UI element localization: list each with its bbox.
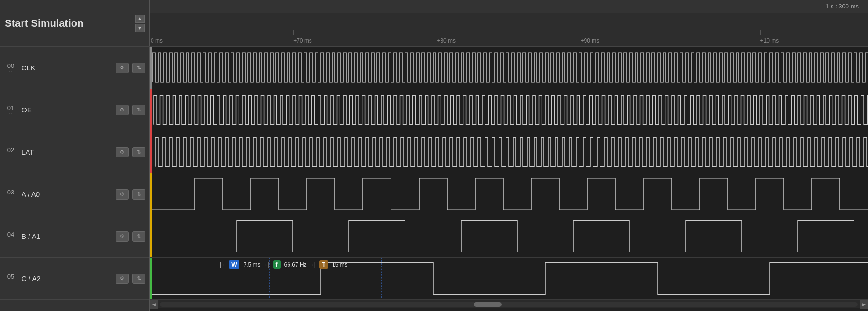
svg-rect-3 <box>152 173 868 215</box>
lat-svg <box>152 131 868 173</box>
time-ruler[interactable]: 0 ms +70 ms +80 ms +90 ms +10 ms <box>150 13 868 46</box>
scroll-up-button[interactable]: ▲ <box>135 15 145 23</box>
signal-num-00: 00 ···· <box>4 62 18 74</box>
signal-num-03: 03 ···· <box>4 189 18 200</box>
signal-num-05: 05 ···· <box>4 273 18 284</box>
waveform-row-oe <box>150 89 868 131</box>
clk-gear-button[interactable]: ⚙ <box>116 63 129 73</box>
a1-svg <box>152 215 868 257</box>
waveform-row-lat <box>150 131 868 173</box>
scroll-down-button[interactable]: ▼ <box>135 24 145 32</box>
a2-svg <box>152 258 868 299</box>
svg-rect-5 <box>152 258 868 299</box>
signal-row-label-clk: 00 ···· CLK ⚙ ⇅ <box>0 47 149 89</box>
simulation-title: Start Simulation <box>5 17 84 30</box>
a0-svg <box>152 173 868 215</box>
oe-waveform <box>152 89 868 131</box>
signal-row-label-a1: 04 ···· B / A1 ⚙ ⇅ <box>0 215 149 258</box>
top-row: Start Simulation ▲ ▼ 1 s : 300 ms 0 ms +… <box>0 0 868 47</box>
lat-signal-button[interactable]: ⇅ <box>132 147 145 157</box>
signal-row-label-a0: 03 ···· A / A0 ⚙ ⇅ <box>0 173 149 215</box>
time-position-bar: 1 s : 300 ms <box>150 0 868 13</box>
signal-name-a2: C / A2 <box>22 274 112 282</box>
scrollbar-track[interactable] <box>160 302 858 307</box>
tick-0ms: 0 ms <box>151 37 163 44</box>
signals-area: 00 ···· CLK ⚙ ⇅ 01 ···· OE ⚙ ⇅ 0 <box>0 47 868 311</box>
scrollbar-right-button[interactable]: ▶ <box>860 300 868 309</box>
signal-num-02: 02 ···· <box>4 147 18 158</box>
bottom-scrollbar: ◀ ▶ <box>150 300 868 308</box>
time-position-label: 1 s : 300 ms <box>825 3 859 10</box>
lat-waveform <box>152 131 868 173</box>
waveform-row-a2: |← W 7.5 ms →| f 66.67 Hz →| T 15 ms <box>150 258 868 300</box>
a1-gear-button[interactable]: ⚙ <box>116 231 129 242</box>
a0-waveform <box>152 173 868 215</box>
clk-svg: // Generated via inline script below <box>152 47 868 89</box>
signal-name-oe: OE <box>22 106 112 114</box>
signal-row-label-oe: 01 ···· OE ⚙ ⇅ <box>0 89 149 131</box>
a1-waveform <box>152 215 868 257</box>
tick-10ms: +10 ms <box>760 37 779 44</box>
svg-rect-4 <box>152 215 868 257</box>
a2-gear-button[interactable]: ⚙ <box>116 274 129 284</box>
main-container: Start Simulation ▲ ▼ 1 s : 300 ms 0 ms +… <box>0 0 868 311</box>
scrollbar-thumb[interactable] <box>474 302 502 307</box>
a2-waveform <box>152 258 868 299</box>
tick-90ms: +90 ms <box>581 37 600 44</box>
signals-panel: 00 ···· CLK ⚙ ⇅ 01 ···· OE ⚙ ⇅ 0 <box>0 47 150 311</box>
a0-signal-button[interactable]: ⇅ <box>132 189 145 200</box>
tick-80ms: +80 ms <box>437 37 456 44</box>
waveform-row-clk: // Generated via inline script below <box>150 47 868 89</box>
lat-gear-button[interactable]: ⚙ <box>116 147 129 157</box>
signal-name-a1: B / A1 <box>22 232 112 240</box>
title-panel: Start Simulation ▲ ▼ <box>0 0 150 46</box>
signal-row-label-a2: 05 ···· C / A2 ⚙ ⇅ <box>0 258 149 300</box>
signal-name-a0: A / A0 <box>22 190 112 198</box>
signal-num-04: 04 ···· <box>4 231 18 242</box>
signal-name-lat: LAT <box>22 148 112 156</box>
clk-signal-button[interactable]: ⇅ <box>132 63 145 73</box>
scrollbar-left-button[interactable]: ◀ <box>150 300 158 309</box>
oe-svg <box>152 89 868 131</box>
a1-signal-button[interactable]: ⇅ <box>132 231 145 242</box>
oe-gear-button[interactable]: ⚙ <box>116 105 129 115</box>
tick-70ms: +70 ms <box>293 37 312 44</box>
signal-num-01: 01 ···· <box>4 104 18 116</box>
signal-name-clk: CLK <box>22 64 112 72</box>
signal-row-label-lat: 02 ···· LAT ⚙ ⇅ <box>0 131 149 173</box>
a0-gear-button[interactable]: ⚙ <box>116 189 129 200</box>
a2-signal-button[interactable]: ⇅ <box>132 274 145 284</box>
oe-signal-button[interactable]: ⇅ <box>132 105 145 115</box>
waveform-area: // Generated via inline script below <box>150 47 868 311</box>
timeline-header: 1 s : 300 ms 0 ms +70 ms +80 ms +90 ms +… <box>150 0 868 46</box>
scroll-arrows: ▲ ▼ <box>135 15 145 32</box>
waveform-row-a0 <box>150 173 868 215</box>
waveform-row-a1 <box>150 215 868 258</box>
clk-waveform: // Generated via inline script below <box>152 47 868 89</box>
